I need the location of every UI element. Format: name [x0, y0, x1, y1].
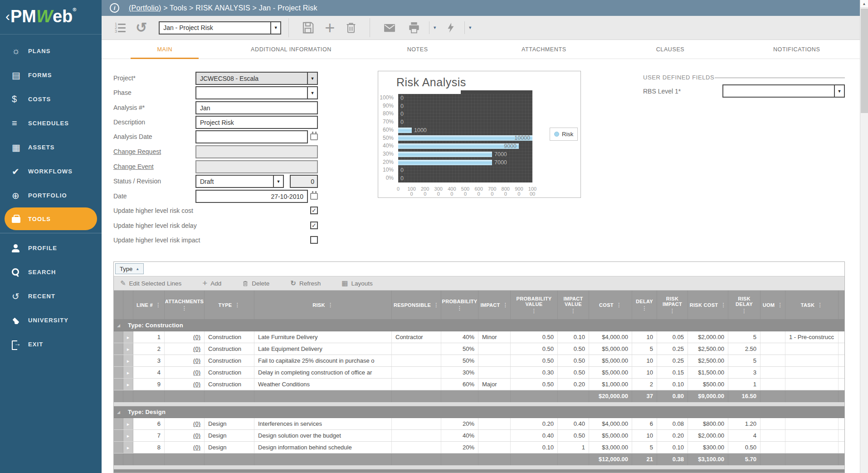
save-icon[interactable]: [301, 21, 315, 34]
group-by-chip[interactable]: Type ▲: [115, 263, 144, 274]
col-header-impact-value[interactable]: IMPACT VALUE⋮: [558, 291, 589, 319]
phase-select[interactable]: ▼: [195, 86, 318, 99]
change-request-link[interactable]: Change Request: [113, 145, 161, 158]
row-expand-icon[interactable]: ▸: [123, 442, 133, 453]
col-header-risk-cost[interactable]: RISK COST⋮: [688, 291, 728, 319]
calendar-icon[interactable]: [310, 193, 318, 200]
group-row[interactable]: ◢Type: Design: [114, 406, 844, 418]
sidebar-item-profile[interactable]: PROFILE: [0, 236, 102, 260]
mail-icon[interactable]: [382, 20, 397, 35]
attachments-link[interactable]: (0): [193, 357, 200, 364]
table-row[interactable]: ▸8(0)DesignDesign information behind sch…: [114, 442, 844, 453]
row-expand-icon[interactable]: ▸: [123, 430, 133, 441]
dropdown-caret-icon[interactable]: ▼: [834, 85, 844, 97]
table-row[interactable]: ▸6(0)DesignInterferences in services20%0…: [114, 418, 844, 430]
col-header-risk-delay[interactable]: RISK DELAY⋮: [728, 291, 761, 319]
column-menu-icon[interactable]: ⋮: [182, 305, 187, 311]
dropdown-caret-icon[interactable]: ▼: [273, 176, 283, 187]
date-input[interactable]: [195, 190, 308, 203]
record-selector[interactable]: ▼: [159, 21, 281, 34]
history-icon[interactable]: ↺: [136, 21, 147, 34]
column-menu-icon[interactable]: ⋮: [721, 302, 726, 308]
column-menu-icon[interactable]: ⋮: [571, 308, 576, 314]
column-menu-icon[interactable]: ⋮: [777, 302, 783, 308]
row-expand-icon[interactable]: ▸: [123, 331, 133, 343]
record-selector-input[interactable]: [160, 22, 270, 34]
col-header-impact[interactable]: IMPACT⋮: [478, 291, 511, 319]
tab-notes[interactable]: NOTES: [354, 40, 481, 59]
tab-main[interactable]: MAIN: [102, 40, 228, 59]
column-menu-icon[interactable]: ⋮: [156, 302, 161, 308]
pmweb-logo[interactable]: ‹PMWeb®: [0, 0, 102, 34]
column-menu-icon[interactable]: ⋮: [503, 302, 508, 308]
delete-line-button[interactable]: Delete: [242, 280, 269, 287]
col-header-risk-impact[interactable]: RISK IMPACT⋮: [657, 291, 688, 319]
sidebar-item-search[interactable]: SEARCH: [0, 260, 102, 284]
print-options-caret-icon[interactable]: ▼: [429, 21, 440, 34]
attachments-link[interactable]: (0): [193, 420, 200, 427]
checkbox[interactable]: [310, 236, 318, 244]
table-row[interactable]: ▸2(0)ConstructionLate Equipment Delivery…: [114, 343, 844, 355]
row-expand-icon[interactable]: ▸: [123, 379, 133, 390]
column-menu-icon[interactable]: ⋮: [234, 302, 240, 308]
checkbox[interactable]: ✓: [310, 222, 318, 229]
col-header-uom[interactable]: UOM⋮: [761, 291, 785, 319]
info-icon[interactable]: i: [110, 3, 119, 13]
col-header-line[interactable]: LINE #⋮: [133, 291, 165, 319]
tab-additional-information[interactable]: ADDITIONAL INFORMATION: [228, 40, 355, 59]
analysis-date-input[interactable]: [195, 130, 308, 143]
sidebar-item-recent[interactable]: ↺RECENT: [0, 284, 102, 308]
attachments-link[interactable]: (0): [193, 381, 200, 388]
col-header-type[interactable]: TYPE⋮: [205, 291, 254, 319]
table-row[interactable]: ▸7(0)DesignDesign solution over the budg…: [114, 430, 844, 442]
column-menu-icon[interactable]: ⋮: [642, 305, 647, 311]
row-expand-icon[interactable]: ▸: [123, 418, 133, 429]
dropdown-caret-icon[interactable]: ▼: [270, 22, 280, 34]
layouts-button[interactable]: ▦Layouts: [341, 279, 372, 287]
lightning-icon[interactable]: [445, 21, 457, 34]
edit-selected-lines-button[interactable]: ✎Edit Selected Lines: [120, 279, 181, 287]
calendar-icon[interactable]: [310, 133, 318, 140]
col-header-cost[interactable]: COST⋮: [589, 291, 632, 319]
delete-icon[interactable]: [345, 21, 357, 34]
attachments-link[interactable]: (0): [193, 334, 200, 340]
phase-input[interactable]: [196, 87, 307, 99]
attachments-link[interactable]: (0): [193, 345, 200, 352]
group-collapse-icon[interactable]: ◢: [114, 323, 123, 328]
table-row[interactable]: ▸9(0)ConstructionWeather Conditions60%Ma…: [114, 379, 844, 390]
rbs-level-input[interactable]: [723, 85, 834, 97]
status-input[interactable]: [196, 176, 273, 187]
sidebar-item-schedules[interactable]: ≡SCHEDULES: [0, 111, 102, 135]
col-header-task[interactable]: TASK⋮: [785, 291, 839, 319]
col-header-probability-value[interactable]: PROBABILITY VALUE⋮: [511, 291, 558, 319]
sidebar-item-plans[interactable]: ☼PLANS: [0, 39, 102, 63]
sidebar-item-portfolio[interactable]: ⊕PORTFOLIO: [0, 183, 102, 207]
table-row[interactable]: ▸3(0)ConstructionFail to capitalize 25% …: [114, 355, 844, 367]
sidebar-item-workflows[interactable]: ✔WORKFLOWS: [0, 159, 102, 183]
attachments-link[interactable]: (0): [193, 369, 200, 376]
print-icon[interactable]: [407, 20, 421, 35]
scrollbar-thumb[interactable]: [861, 9, 868, 113]
column-menu-icon[interactable]: ⋮: [670, 308, 675, 314]
project-select[interactable]: ▼: [195, 72, 318, 85]
column-menu-icon[interactable]: ⋮: [457, 305, 463, 311]
column-menu-icon[interactable]: ⋮: [434, 302, 439, 308]
column-menu-icon[interactable]: ⋮: [817, 302, 823, 308]
sidebar-item-tools[interactable]: TOOLS: [5, 207, 97, 230]
breadcrumb-portfolio-link[interactable]: (Portfolio): [129, 4, 161, 12]
refresh-button[interactable]: ↻Refresh: [290, 279, 321, 287]
vertical-scrollbar[interactable]: ▲: [860, 0, 868, 473]
analysis-number-input[interactable]: [195, 101, 318, 114]
lightning-options-caret-icon[interactable]: ▼: [464, 21, 475, 34]
dropdown-caret-icon[interactable]: ▼: [307, 87, 317, 99]
group-collapse-icon[interactable]: ◢: [114, 410, 123, 414]
table-row[interactable]: ▸4(0)ConstructionDelay in completing con…: [114, 367, 844, 379]
column-menu-icon[interactable]: ⋮: [741, 308, 747, 314]
sidebar-item-costs[interactable]: $COSTS: [0, 87, 102, 111]
sidebar-item-university[interactable]: UNIVERSITY: [0, 308, 102, 332]
row-expand-icon[interactable]: ▸: [123, 355, 133, 366]
attachments-link[interactable]: (0): [193, 444, 200, 451]
group-row[interactable]: ◢Type: Construction: [114, 320, 844, 331]
sidebar-item-forms[interactable]: ▤FORMS: [0, 63, 102, 87]
tab-notifications[interactable]: NOTIFICATIONS: [733, 40, 860, 59]
